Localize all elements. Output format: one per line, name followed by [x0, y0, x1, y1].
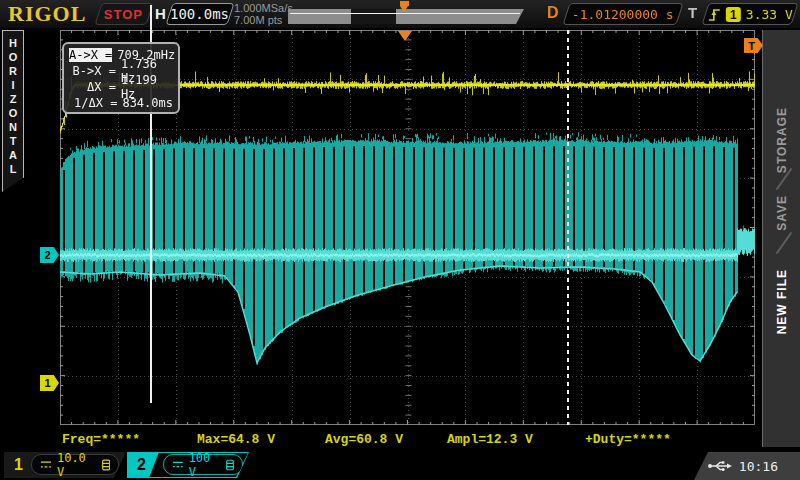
channel-2-number: 2 — [137, 456, 146, 474]
trigger-slope-icon — [708, 7, 721, 22]
oscilloscope-screen: RIGOL STOP H 100.0ms 1.000MSa/s 7.00M pt… — [0, 0, 800, 480]
run-state-badge[interactable]: STOP — [94, 3, 153, 25]
acquisition-info: 1.000MSa/s 7.00M pts — [234, 2, 293, 26]
trigger-position-icon-tip — [400, 6, 408, 12]
cursor-bx-label: B->X = — [69, 64, 116, 78]
channel-1-settings: 10.0 V — [31, 454, 119, 475]
menu-item-save-label: SAVE — [775, 195, 789, 231]
cursor-row-dx: ΔX = 1.199 Hz — [69, 79, 173, 95]
trigger-level-value: 3.33 V — [746, 7, 793, 22]
trigger-readout[interactable]: 1 3.33 V — [701, 3, 798, 25]
timebase-value: 100.0ms — [170, 6, 229, 22]
menu-item-new-file[interactable]: NEW FILE — [763, 243, 800, 361]
ch2-zero-marker[interactable]: 2 — [40, 247, 59, 263]
measurement-duty: +Duty=***** — [585, 432, 671, 447]
memory-depth: 7.00M pts — [234, 14, 293, 26]
channel-1-scale: 10.0 V — [57, 451, 97, 479]
measurement-max: Max=64.8 V — [197, 432, 275, 447]
usb-icon — [707, 460, 733, 472]
ch1-zero-marker[interactable]: 1 — [40, 375, 59, 391]
status-clock-block: 10:16 — [694, 452, 800, 480]
trigger-label: T — [688, 4, 697, 21]
channel-2-settings: 100 V — [163, 454, 243, 475]
measurement-avg: Avg=60.8 V — [325, 432, 403, 447]
delay-value: -1.01200000 s — [572, 7, 674, 22]
measurement-ampl: Ampl=12.3 V — [447, 432, 533, 447]
cursor-invdx-label: 1/ΔX = — [69, 96, 117, 110]
menu-item-new-file-label: NEW FILE — [775, 269, 789, 334]
trigger-position-icon[interactable] — [400, 1, 409, 12]
cursor-invdx-value: 834.0ms — [122, 96, 173, 110]
cursor-ax-label: A->X = — [69, 48, 112, 62]
sample-rate: 1.000MSa/s — [234, 2, 293, 14]
cursor-dx-label: ΔX = — [69, 80, 116, 94]
channel-2-scale: 100 V — [189, 451, 221, 479]
bandwidth-limit-icon — [226, 459, 234, 471]
menu-item-storage-label: STORAGE — [775, 107, 789, 173]
delay-readout[interactable]: -1.01200000 s — [562, 3, 683, 25]
rigol-logo: RIGOL — [8, 1, 86, 27]
horizontal-menu-label: HORIZONTAL — [7, 37, 19, 177]
dc-coupling-icon — [172, 460, 184, 469]
timebase-readout[interactable]: 100.0ms — [165, 3, 234, 25]
channel-1-label-block[interactable]: 1 10.0 V — [4, 452, 126, 478]
clock-time: 10:16 — [739, 459, 778, 474]
dc-coupling-icon — [40, 460, 52, 469]
trigger-position-marker[interactable] — [398, 31, 412, 41]
softkey-menu-panel: STORAGE SAVE NEW FILE — [762, 30, 800, 447]
menu-item-save[interactable]: SAVE — [763, 185, 800, 240]
delay-label: D — [547, 4, 559, 22]
trigger-level-marker[interactable]: T — [744, 38, 763, 53]
cursor-b-line[interactable] — [567, 30, 569, 425]
top-status-bar: RIGOL STOP H 100.0ms 1.000MSa/s 7.00M pt… — [0, 0, 800, 28]
channel-2-label-block[interactable]: 2 100 V — [127, 452, 249, 478]
measurement-freq: Freq=***** — [62, 432, 140, 447]
bandwidth-limit-icon — [102, 459, 110, 471]
channel-1-number: 1 — [14, 456, 23, 474]
cursor-measurement-box: A->X = 709.2mHz B->X = 1.736 Hz ΔX = 1.1… — [62, 42, 180, 114]
horizontal-menu-tab[interactable]: HORIZONTAL — [2, 30, 24, 192]
trigger-source-badge: 1 — [726, 7, 741, 22]
run-state-label: STOP — [104, 7, 143, 22]
horizontal-mode-icon: H — [155, 5, 166, 22]
